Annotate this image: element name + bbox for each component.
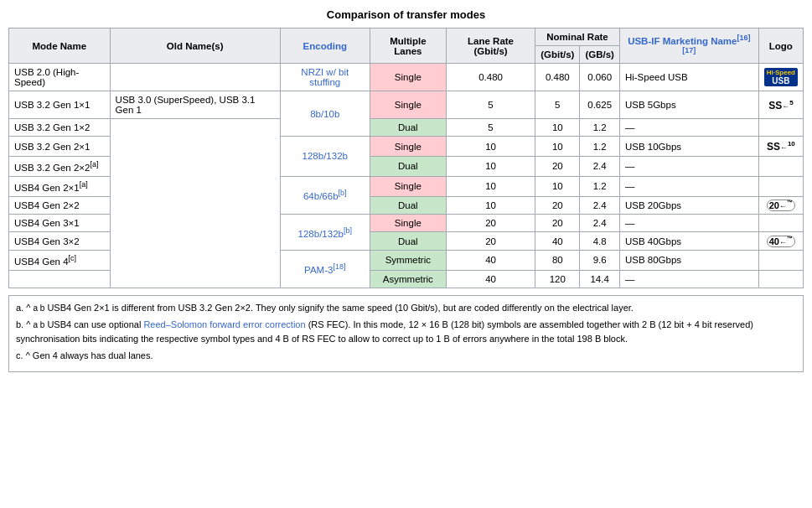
header-mode-name: Mode Name	[9, 29, 111, 64]
cell-old-name: USB 3.0 (SuperSpeed), USB 3.1 Gen 1	[110, 91, 280, 119]
header-nominal-rate: Nominal Rate	[535, 29, 620, 46]
cell-lane-rate: 5	[446, 119, 535, 137]
cell-nominal-gbit: 20	[535, 157, 580, 177]
cell-nominal-gb: 1.2	[580, 137, 620, 157]
cell-logo	[758, 270, 803, 288]
cell-lane-rate: 10	[446, 196, 535, 215]
cell-lane-rate: 10	[446, 157, 535, 177]
cell-marketing: —	[619, 157, 758, 177]
cell-marketing: Hi-Speed USB	[619, 64, 758, 91]
header-multiple-lanes: Multiple Lanes	[370, 29, 446, 64]
cell-encoding: NRZI w/ bit stuffing	[280, 64, 370, 91]
cell-logo	[758, 119, 803, 137]
cell-nominal-gbit: 40	[535, 232, 580, 251]
cell-nominal-gb: 0.060	[580, 64, 620, 91]
cell-nominal-gbit: 20	[535, 196, 580, 215]
cell-nominal-gbit: 80	[535, 250, 580, 270]
cell-nominal-gb: 1.2	[580, 119, 620, 137]
cell-mode: USB4 Gen 3×1	[9, 215, 111, 232]
cell-lane-rate: 10	[446, 176, 535, 196]
cell-marketing: —	[619, 215, 758, 232]
cell-nominal-gb: 2.4	[580, 215, 620, 232]
cell-logo	[758, 176, 803, 196]
cell-lanes: Dual	[370, 119, 446, 137]
cell-lanes: Single	[370, 64, 446, 91]
cell-marketing: USB 80Gbps	[619, 250, 758, 270]
footnote-a: a. ^ a b USB4 Gen 2×1 is different from …	[16, 301, 796, 315]
cell-mode: USB 3.2 Gen 2×2[a]	[9, 157, 111, 177]
header-nominal-gbit: (Gbit/s)	[535, 46, 580, 64]
cell-encoding: 128b/132b[b]	[280, 215, 370, 251]
header-old-names: Old Name(s)	[110, 29, 280, 64]
cell-lanes: Symmetric	[370, 250, 446, 270]
cell-marketing: USB 20Gbps	[619, 196, 758, 215]
cell-lane-rate: 40	[446, 270, 535, 288]
cell-encoding: PAM-3[18]	[280, 250, 370, 288]
cell-logo	[758, 157, 803, 177]
cell-logo: SS←10	[758, 137, 803, 157]
cell-encoding: 128b/132b	[280, 137, 370, 177]
cell-logo: Hi·SpeedUSB	[758, 64, 803, 91]
cell-nominal-gb: 9.6	[580, 250, 620, 270]
cell-nominal-gb: 0.625	[580, 91, 620, 119]
cell-logo: SS←5	[758, 91, 803, 119]
cell-nominal-gbit: 10	[535, 119, 580, 137]
cell-nominal-gb: 2.4	[580, 196, 620, 215]
cell-mode: USB 3.2 Gen 1×2	[9, 119, 111, 137]
cell-nominal-gbit: 5	[535, 91, 580, 119]
cell-nominal-gb: 14.4	[580, 270, 620, 288]
cell-marketing: USB 40Gbps	[619, 232, 758, 251]
cell-nominal-gbit: 0.480	[535, 64, 580, 91]
footnotes: a. ^ a b USB4 Gen 2×1 is different from …	[8, 295, 804, 372]
cell-marketing: —	[619, 119, 758, 137]
footnote-b: b. ^ a b USB4 can use optional Reed–Solo…	[16, 318, 796, 345]
cell-lane-rate: 40	[446, 250, 535, 270]
cell-lanes: Single	[370, 137, 446, 157]
cell-old-name	[110, 119, 280, 288]
cell-lanes: Single	[370, 176, 446, 196]
cell-lane-rate: 10	[446, 137, 535, 157]
cell-encoding: 8b/10b	[280, 91, 370, 137]
cell-logo	[758, 250, 803, 270]
comparison-table: Mode Name Old Name(s) Encoding Multiple …	[8, 28, 804, 288]
header-lane-rate: Lane Rate (Gbit/s)	[446, 29, 535, 64]
cell-mode: USB 3.2 Gen 1×1	[9, 91, 111, 119]
cell-mode	[9, 270, 111, 288]
cell-logo: 20←™	[758, 196, 803, 215]
cell-lanes: Single	[370, 91, 446, 119]
cell-lane-rate: 20	[446, 232, 535, 251]
cell-lane-rate: 0.480	[446, 64, 535, 91]
cell-nominal-gb: 1.2	[580, 176, 620, 196]
cell-lanes: Dual	[370, 196, 446, 215]
cell-mode: USB4 Gen 3×2	[9, 232, 111, 251]
footnote-c: c. ^ Gen 4 always has dual lanes.	[16, 349, 796, 363]
cell-mode: USB4 Gen 2×1[a]	[9, 176, 111, 196]
cell-lanes: Dual	[370, 232, 446, 251]
cell-marketing: —	[619, 270, 758, 288]
cell-logo	[758, 215, 803, 232]
cell-lane-rate: 5	[446, 91, 535, 119]
cell-mode: USB 2.0 (High-Speed)	[9, 64, 111, 91]
reed-solomon-link[interactable]: Reed–Solomon forward error correction	[143, 319, 305, 329]
cell-lanes: Single	[370, 215, 446, 232]
cell-logo: 40←™	[758, 232, 803, 251]
cell-old-name	[110, 64, 280, 91]
cell-nominal-gbit: 10	[535, 176, 580, 196]
header-nominal-gb: (GB/s)	[580, 46, 620, 64]
cell-nominal-gbit: 120	[535, 270, 580, 288]
cell-mode: USB 3.2 Gen 2×1	[9, 137, 111, 157]
cell-lane-rate: 20	[446, 215, 535, 232]
cell-marketing: —	[619, 176, 758, 196]
cell-mode: USB4 Gen 4[c]	[9, 250, 111, 270]
header-encoding: Encoding	[280, 29, 370, 64]
cell-nominal-gbit: 10	[535, 137, 580, 157]
header-usb-if: USB-IF Marketing Name[16][17]	[619, 29, 758, 64]
cell-marketing: USB 10Gbps	[619, 137, 758, 157]
page-title: Comparison of transfer modes	[8, 8, 804, 21]
cell-marketing: USB 5Gbps	[619, 91, 758, 119]
cell-mode: USB4 Gen 2×2	[9, 196, 111, 215]
cell-lanes: Dual	[370, 157, 446, 177]
cell-encoding: 64b/66b[b]	[280, 176, 370, 214]
cell-nominal-gb: 2.4	[580, 157, 620, 177]
cell-lanes: Asymmetric	[370, 270, 446, 288]
